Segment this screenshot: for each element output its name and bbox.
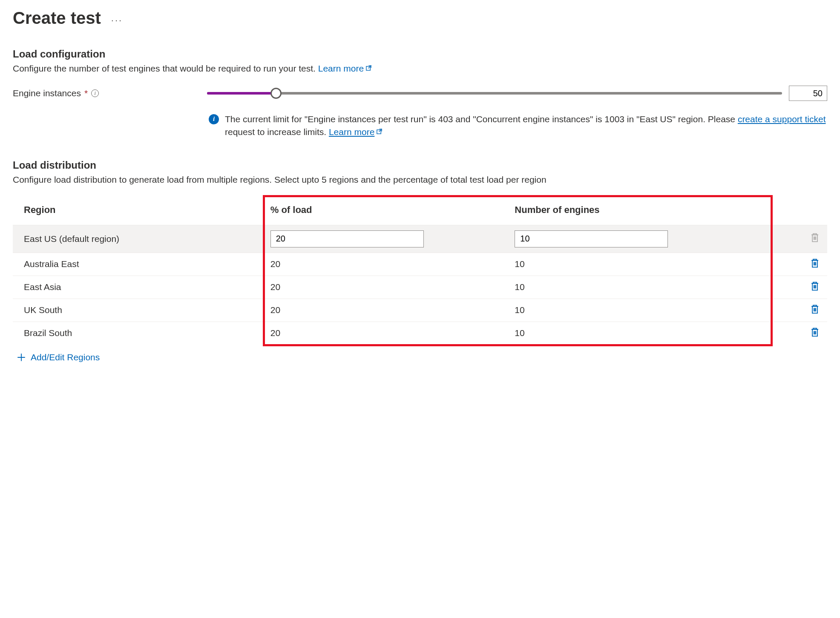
region-cell: Australia East xyxy=(13,253,265,276)
external-link-icon xyxy=(376,125,383,132)
learn-more-limits-link[interactable]: Learn more xyxy=(329,127,383,137)
percent-load-cell[interactable]: 20 xyxy=(265,276,510,299)
page-title: Create test xyxy=(13,9,101,28)
column-percent-load: % of load xyxy=(265,197,510,225)
add-edit-regions-link[interactable]: Add/Edit Regions xyxy=(17,352,100,362)
percent-load-cell[interactable]: 20 xyxy=(265,299,510,322)
load-dist-description: Configure load distribution to generate … xyxy=(13,175,827,185)
info-icon[interactable]: i xyxy=(91,89,99,97)
number-engines-input[interactable] xyxy=(515,230,668,247)
external-link-icon xyxy=(365,63,372,69)
engine-limit-info: i The current limit for "Engine instance… xyxy=(209,113,827,139)
column-region: Region xyxy=(13,197,265,225)
engine-limit-suffix: request to increase limits. xyxy=(225,127,329,137)
load-config-description: Configure the number of test engines tha… xyxy=(13,63,827,74)
engine-instances-label: Engine instances xyxy=(13,88,81,98)
required-asterisk: * xyxy=(84,88,88,98)
engine-instances-input[interactable] xyxy=(789,86,827,101)
slider-thumb[interactable] xyxy=(270,88,282,99)
info-badge-icon: i xyxy=(209,114,219,124)
slider-fill xyxy=(207,92,276,95)
region-cell: UK South xyxy=(13,299,265,322)
load-config-desc-text: Configure the number of test engines tha… xyxy=(13,63,318,73)
column-number-engines: Number of engines xyxy=(509,197,770,225)
more-actions-icon[interactable]: ··· xyxy=(111,11,123,26)
trash-icon[interactable] xyxy=(810,327,820,337)
trash-icon[interactable] xyxy=(810,258,820,268)
table-row: Brazil South2010 xyxy=(13,322,827,345)
percent-load-cell[interactable]: 20 xyxy=(265,322,510,345)
create-support-ticket-link[interactable]: create a support ticket xyxy=(738,114,826,124)
add-edit-regions-label: Add/Edit Regions xyxy=(31,352,100,362)
region-cell: East Asia xyxy=(13,276,265,299)
number-engines-cell[interactable]: 10 xyxy=(509,253,770,276)
learn-more-link[interactable]: Learn more xyxy=(318,63,372,73)
region-cell: Brazil South xyxy=(13,322,265,345)
trash-icon[interactable] xyxy=(810,281,820,291)
percent-load-input[interactable] xyxy=(270,230,424,247)
table-row: Australia East2010 xyxy=(13,253,827,276)
trash-icon xyxy=(810,233,820,243)
plus-icon xyxy=(17,353,26,362)
number-engines-cell[interactable]: 10 xyxy=(509,276,770,299)
table-row: UK South2010 xyxy=(13,299,827,322)
load-dist-heading: Load distribution xyxy=(13,159,827,171)
trash-icon[interactable] xyxy=(810,304,820,314)
regions-table: Region % of load Number of engines East … xyxy=(13,197,827,345)
engine-limit-text: The current limit for "Engine instances … xyxy=(225,114,738,124)
number-engines-cell[interactable]: 10 xyxy=(509,322,770,345)
table-row: East Asia2010 xyxy=(13,276,827,299)
table-row: East US (default region) xyxy=(13,225,827,253)
number-engines-cell[interactable]: 10 xyxy=(509,299,770,322)
load-config-heading: Load configuration xyxy=(13,48,827,60)
slider-track xyxy=(207,92,782,95)
engine-instances-slider[interactable] xyxy=(207,88,782,98)
region-cell: East US (default region) xyxy=(13,225,265,253)
percent-load-cell[interactable]: 20 xyxy=(265,253,510,276)
